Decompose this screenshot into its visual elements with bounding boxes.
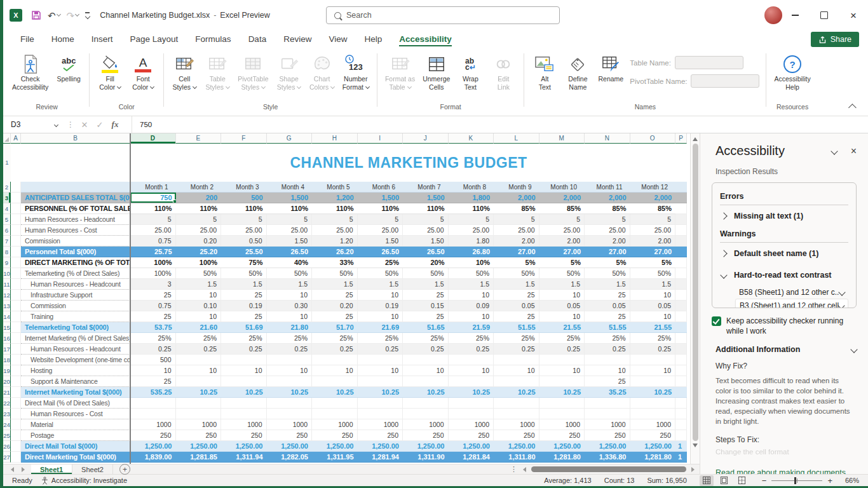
grid-cell[interactable] bbox=[267, 409, 313, 419]
grid-cell-clipped[interactable] bbox=[675, 236, 687, 247]
row-label[interactable]: Internet Marketing Total $(000) bbox=[21, 387, 130, 398]
grid-cell-clipped[interactable] bbox=[675, 387, 687, 398]
maximize-button[interactable] bbox=[810, 0, 839, 30]
month-header-cell[interactable]: Month 12 bbox=[630, 182, 676, 193]
grid-cell-clipped[interactable] bbox=[675, 225, 687, 236]
column-header-E[interactable]: E bbox=[176, 133, 222, 144]
tab-formulas[interactable]: Formulas bbox=[195, 34, 231, 46]
column-header-J[interactable]: J bbox=[403, 133, 449, 144]
grid-cell[interactable] bbox=[403, 355, 449, 365]
grid-cell[interactable]: 5 bbox=[403, 214, 449, 225]
select-all-corner[interactable] bbox=[3, 133, 11, 144]
month-header-cell[interactable]: Month 10 bbox=[539, 182, 585, 193]
grid-cell[interactable]: 25 bbox=[403, 311, 449, 322]
grid-cell[interactable]: 110% bbox=[267, 203, 313, 214]
row-header-14[interactable]: 14 bbox=[3, 311, 11, 322]
grid-cell[interactable]: 26.80 bbox=[449, 247, 494, 257]
grid-cell[interactable] bbox=[130, 398, 176, 409]
grid-cell[interactable]: 0.20 bbox=[176, 236, 222, 247]
row-label[interactable]: DIRECT MARKETING (% OF TOTAL SALES) bbox=[21, 257, 130, 268]
sheet-tab-sheet1[interactable]: Sheet1 bbox=[31, 464, 72, 474]
grid-cell[interactable]: 25% bbox=[221, 333, 267, 344]
grid-cell[interactable]: 21.59 bbox=[449, 322, 494, 333]
ribbon-button-rename[interactable]: Rename bbox=[594, 51, 627, 83]
additional-information-header[interactable]: Additional Information bbox=[715, 345, 857, 354]
grid-cell[interactable] bbox=[358, 376, 403, 387]
grid-cell[interactable]: 5 bbox=[176, 214, 222, 225]
row-label[interactable]: Direct Marketing Total $(000) bbox=[21, 452, 130, 463]
column-header-A[interactable]: A bbox=[11, 133, 21, 144]
grid-cell[interactable]: 25 bbox=[130, 376, 176, 387]
insert-function-button[interactable]: fx bbox=[107, 119, 123, 130]
ribbon-button-fill-color[interactable]: FillColor bbox=[93, 51, 126, 92]
grid-cell[interactable]: 250 bbox=[494, 430, 539, 441]
grid-cell[interactable]: 250 bbox=[312, 430, 358, 441]
grid-cell-clipped[interactable] bbox=[675, 268, 687, 279]
row-label[interactable]: Personnel Total $(000) bbox=[21, 247, 130, 257]
grid-cell[interactable] bbox=[585, 409, 630, 419]
column-header-L[interactable]: L bbox=[494, 133, 539, 144]
grid-cell[interactable]: 10 bbox=[130, 365, 176, 376]
grid-cell[interactable]: 10 bbox=[539, 290, 585, 301]
row-label[interactable]: Human Resources - Cost bbox=[21, 409, 130, 419]
grid-cell-clipped[interactable] bbox=[675, 333, 687, 344]
grid-cell[interactable]: 5 bbox=[312, 214, 358, 225]
grid-cell[interactable] bbox=[312, 376, 358, 387]
grid-cell[interactable]: 50% bbox=[312, 268, 358, 279]
grid-cell[interactable]: 5 bbox=[585, 214, 630, 225]
grid-cell[interactable]: 0.25 bbox=[267, 344, 313, 355]
grid-cell[interactable]: 0.05 bbox=[585, 301, 630, 311]
name-box[interactable]: D3 bbox=[3, 116, 64, 133]
row-header-21[interactable]: 21 bbox=[3, 387, 11, 398]
grid-cell[interactable]: 10.25 bbox=[312, 387, 358, 398]
grid-cell[interactable] bbox=[358, 409, 403, 419]
row-label[interactable]: Human Resources - Headcount bbox=[21, 214, 130, 225]
grid-cell[interactable] bbox=[176, 376, 222, 387]
grid-cell[interactable]: 1.80 bbox=[449, 236, 494, 247]
row-label[interactable]: Postage bbox=[21, 430, 130, 441]
grid-cell[interactable]: 10.25 bbox=[221, 387, 267, 398]
ribbon-button-number-format[interactable]: 123NumberFormat bbox=[339, 51, 373, 92]
grid-cell[interactable]: 0.25 bbox=[403, 344, 449, 355]
row-header-2[interactable]: 2 bbox=[3, 182, 11, 193]
grid-cell[interactable]: 50% bbox=[494, 268, 539, 279]
row-header-4[interactable]: 4 bbox=[3, 203, 11, 214]
row-header-16[interactable]: 16 bbox=[3, 333, 11, 344]
month-header-cell[interactable]: Month 11 bbox=[585, 182, 630, 193]
grid-cell[interactable]: 250 bbox=[130, 430, 176, 441]
grid-cell[interactable]: 1000 bbox=[176, 419, 222, 430]
tab-page-layout[interactable]: Page Layout bbox=[130, 34, 179, 46]
grid-cell[interactable]: 25.00 bbox=[539, 225, 585, 236]
grid-cell[interactable] bbox=[630, 355, 676, 365]
ribbon-button-cell-styles[interactable]: CellStyles bbox=[168, 51, 201, 92]
month-header-cell[interactable]: Month 5 bbox=[312, 182, 358, 193]
grid-cell-clipped[interactable] bbox=[675, 355, 687, 365]
grid-cell[interactable]: 500 bbox=[130, 355, 176, 365]
sheet-tab-sheet2[interactable]: Sheet2 bbox=[72, 464, 113, 474]
grid-cell-clipped[interactable] bbox=[675, 409, 687, 419]
grid-cell[interactable]: 25.75 bbox=[130, 247, 176, 257]
grid-cell[interactable]: 110% bbox=[403, 203, 449, 214]
grid-cell[interactable] bbox=[585, 398, 630, 409]
grid-cell[interactable]: 21.69 bbox=[358, 322, 403, 333]
zoom-slider[interactable] bbox=[771, 480, 822, 481]
grid-cell[interactable]: 250 bbox=[358, 430, 403, 441]
grid-cell-clipped[interactable] bbox=[675, 311, 687, 322]
grid-cell[interactable]: 10.25 bbox=[539, 387, 585, 398]
pane-collapse-chevron-icon[interactable] bbox=[831, 147, 837, 154]
row-label[interactable]: Human Resources - Headcount bbox=[21, 344, 130, 355]
grid-cell[interactable] bbox=[176, 398, 222, 409]
column-header-K[interactable]: K bbox=[449, 133, 494, 144]
grid-cell[interactable]: 25 bbox=[312, 290, 358, 301]
previous-sheet-icon[interactable] bbox=[11, 467, 14, 472]
grid-cell[interactable]: 1,250.00 bbox=[539, 441, 585, 452]
grid-cell[interactable] bbox=[312, 398, 358, 409]
row-header-6[interactable]: 6 bbox=[3, 225, 11, 236]
grid-cell[interactable]: 1,250.00 bbox=[130, 441, 176, 452]
grid-cell[interactable]: 25.00 bbox=[494, 225, 539, 236]
row-header-27[interactable]: 27 bbox=[3, 452, 11, 463]
tab-home[interactable]: Home bbox=[51, 34, 74, 46]
page-break-view-button[interactable] bbox=[735, 475, 749, 486]
grid-cell[interactable] bbox=[358, 398, 403, 409]
grid-cell[interactable] bbox=[267, 355, 313, 365]
